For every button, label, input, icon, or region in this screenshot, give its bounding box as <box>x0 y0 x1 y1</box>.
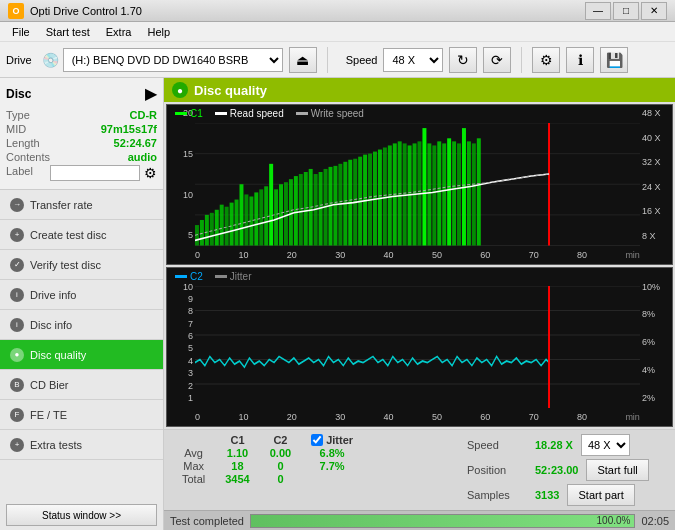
col-jitter-header: Jitter <box>301 434 363 447</box>
total-label: Total <box>172 473 215 486</box>
sidebar-item-disc-quality[interactable]: ● Disc quality <box>0 340 163 370</box>
disc-label-input[interactable] <box>50 165 140 181</box>
menu-help[interactable]: Help <box>139 24 178 40</box>
svg-rect-22 <box>279 184 283 245</box>
sidebar-item-cd-bier[interactable]: B CD Bier <box>0 370 163 400</box>
stats-table: C1 C2 Jitter Avg <box>172 434 363 486</box>
stats-right: Speed 18.28 X 48 X Position 52:23.00 Sta… <box>467 434 667 506</box>
disc-type-label: Type <box>6 109 30 121</box>
drive-select[interactable]: (H:) BENQ DVD DD DW1640 BSRB <box>63 48 283 72</box>
disc-label-label: Label <box>6 165 33 181</box>
close-button[interactable]: ✕ <box>641 2 667 20</box>
app-title: Opti Drive Control 1.70 <box>30 5 142 17</box>
progress-fill <box>251 515 634 527</box>
max-label: Max <box>172 460 215 473</box>
speed-label: Speed <box>346 54 378 66</box>
maximize-button[interactable]: □ <box>613 2 639 20</box>
chart1-svg <box>195 123 640 246</box>
speed-select[interactable]: 48 X <box>383 48 443 72</box>
speed-key: Speed <box>467 439 527 451</box>
stats-left: C1 C2 Jitter Avg <box>172 434 467 486</box>
status-window-button[interactable]: Status window >> <box>6 504 157 526</box>
disc-contents-row: Contents audio <box>6 151 157 163</box>
disc-mid-label: MID <box>6 123 26 135</box>
create-test-disc-icon: + <box>10 228 24 242</box>
transfer-rate-icon: → <box>10 198 24 212</box>
svg-rect-9 <box>215 210 219 246</box>
legend-c2: C2 <box>175 271 203 282</box>
chart2-y-axis-left: 10 9 8 7 6 5 4 3 2 1 <box>167 268 195 407</box>
sidebar: Disc ▶ Type CD-R MID 97m15s17f Length 52… <box>0 78 164 530</box>
position-row: Position 52:23.00 Start full <box>467 459 667 481</box>
speed-select-small[interactable]: 48 X <box>581 434 630 456</box>
svg-rect-23 <box>284 182 288 245</box>
eject-button[interactable]: ⏏ <box>289 47 317 73</box>
cd-bier-icon: B <box>10 378 24 392</box>
max-jitter: 7.7% <box>301 460 363 473</box>
menu-file[interactable]: File <box>4 24 38 40</box>
menu-extra[interactable]: Extra <box>98 24 140 40</box>
chart2-area <box>195 286 640 409</box>
settings-button[interactable]: ⚙ <box>532 47 560 73</box>
sidebar-item-transfer-rate[interactable]: → Transfer rate <box>0 190 163 220</box>
svg-rect-24 <box>289 179 293 245</box>
chart2-x-axis: 0 10 20 30 40 50 60 70 80 min <box>195 408 640 426</box>
disc-info-icon: i <box>10 318 24 332</box>
avg-jitter: 6.8% <box>301 447 363 460</box>
stats-total-row: Total 3454 0 <box>172 473 363 486</box>
legend-read-speed: Read speed <box>215 108 284 119</box>
chart-c2: C2 Jitter 10 9 8 7 6 5 4 3 <box>166 267 673 428</box>
sidebar-item-disc-info[interactable]: i Disc info <box>0 310 163 340</box>
titlebar: O Opti Drive Control 1.70 — □ ✕ <box>0 0 675 22</box>
avg-c2: 0.00 <box>260 447 301 460</box>
sidebar-item-label-create-test-disc: Create test disc <box>30 229 106 241</box>
disc-mid-value: 97m15s17f <box>101 123 157 135</box>
disc-label-input-row: ⚙ <box>50 165 157 181</box>
main-area: Disc ▶ Type CD-R MID 97m15s17f Length 52… <box>0 78 675 530</box>
minimize-button[interactable]: — <box>585 2 611 20</box>
sidebar-item-fe-te[interactable]: F FE / TE <box>0 400 163 430</box>
legend-write-speed: Write speed <box>296 108 364 119</box>
jitter-label: Jitter <box>230 271 252 282</box>
jitter-checkbox[interactable] <box>311 434 323 446</box>
sidebar-item-create-test-disc[interactable]: + Create test disc <box>0 220 163 250</box>
app-icon: O <box>8 3 24 19</box>
chart1-y-axis-left: 20 15 10 5 <box>167 105 195 244</box>
legend-c1: C1 <box>175 108 203 119</box>
sidebar-item-extra-tests[interactable]: + Extra tests <box>0 430 163 460</box>
chart2-legend: C2 Jitter <box>175 271 251 282</box>
verify-test-disc-icon: ✓ <box>10 258 24 272</box>
svg-rect-10 <box>220 205 224 246</box>
read-speed-label: Read speed <box>230 108 284 119</box>
chart2-y-axis-right: 10% 8% 6% 4% 2% <box>640 268 672 407</box>
disc-quality-icon-header: ● <box>172 82 188 98</box>
stats-max-row: Max 18 0 7.7% <box>172 460 363 473</box>
svg-rect-8 <box>210 213 214 246</box>
sidebar-item-drive-info[interactable]: i Drive info <box>0 280 163 310</box>
c1-dot <box>175 112 187 115</box>
disc-arrow-icon[interactable]: ▶ <box>145 84 157 103</box>
disc-info-panel: Disc ▶ Type CD-R MID 97m15s17f Length 52… <box>0 78 163 190</box>
refresh-button[interactable]: ↻ <box>449 47 477 73</box>
start-part-button[interactable]: Start part <box>567 484 634 506</box>
save-button[interactable]: 💾 <box>600 47 628 73</box>
sidebar-item-verify-test-disc[interactable]: ✓ Verify test disc <box>0 250 163 280</box>
progress-label: 100.0% <box>597 515 631 527</box>
legend-jitter: Jitter <box>215 271 252 282</box>
position-key: Position <box>467 464 527 476</box>
svg-rect-7 <box>205 215 209 246</box>
disc-label-icon[interactable]: ⚙ <box>144 165 157 181</box>
sidebar-item-label-fe-te: FE / TE <box>30 409 67 421</box>
svg-rect-44 <box>388 145 392 245</box>
refresh2-button[interactable]: ⟳ <box>483 47 511 73</box>
total-c2: 0 <box>260 473 301 486</box>
sidebar-item-label-disc-info: Disc info <box>30 319 72 331</box>
read-speed-dot <box>215 112 227 115</box>
sidebar-item-label-extra-tests: Extra tests <box>30 439 82 451</box>
menu-start-test[interactable]: Start test <box>38 24 98 40</box>
info-button[interactable]: ℹ <box>566 47 594 73</box>
start-full-button[interactable]: Start full <box>586 459 648 481</box>
c2-dot <box>175 275 187 278</box>
write-speed-dot <box>296 112 308 115</box>
total-c1: 3454 <box>215 473 259 486</box>
